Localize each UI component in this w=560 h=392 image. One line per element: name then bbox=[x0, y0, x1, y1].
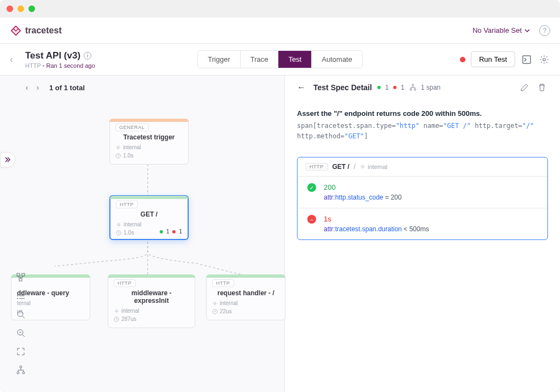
test-title: Test API (v3) bbox=[25, 50, 80, 61]
delete-button[interactable] bbox=[536, 81, 548, 93]
svg-point-28 bbox=[22, 372, 25, 374]
trash-icon bbox=[538, 83, 546, 92]
svg-point-27 bbox=[17, 372, 19, 374]
span-node-trigger[interactable]: GENERAL Tracetest trigger internal 1.0s bbox=[109, 119, 189, 165]
minimize-window-button[interactable] bbox=[18, 5, 24, 12]
output-icon bbox=[522, 55, 532, 65]
span-type-badge: HTTP bbox=[114, 279, 136, 287]
svg-point-26 bbox=[20, 366, 22, 368]
check-pass-icon: ✓ bbox=[307, 183, 316, 192]
trace-diagram-panel: ‹ › 1 of 1 total GENERAL Tracetest trigg… bbox=[0, 75, 284, 392]
assertion-description: Assert the "/" endpoint returns code 200… bbox=[297, 109, 548, 118]
span-card-header[interactable]: HTTP GET / / internal bbox=[298, 157, 547, 177]
test-spec-detail-panel: ← Test Spec Detail 1 1 1 span Assert the… bbox=[285, 75, 560, 392]
maximize-window-button[interactable] bbox=[28, 5, 35, 12]
next-button[interactable]: › bbox=[33, 83, 43, 92]
diagram-tools bbox=[15, 272, 26, 376]
window-titlebar bbox=[0, 0, 560, 17]
view-tabs: Trigger Trace Test Automate bbox=[197, 50, 363, 68]
selector-expression: span[tracetest.span.type="http" name="GE… bbox=[297, 121, 548, 142]
passed-count: 1 bbox=[385, 84, 389, 91]
tab-trigger[interactable]: Trigger bbox=[198, 51, 241, 68]
svg-rect-14 bbox=[19, 278, 22, 281]
detail-title: Test Spec Detail bbox=[313, 83, 372, 92]
expand-sidebar-button[interactable] bbox=[0, 152, 15, 167]
svg-point-6 bbox=[118, 224, 119, 225]
span-type-badge: GENERAL bbox=[115, 124, 149, 131]
span-assertion-card: HTTP GET / / internal ✓ 200 attr:http.st… bbox=[297, 157, 548, 240]
svg-rect-12 bbox=[17, 273, 20, 276]
settings-button[interactable] bbox=[538, 54, 550, 66]
svg-point-21 bbox=[18, 311, 23, 317]
subheader: ‹ Test API (v3) i HTTP • Ran 1 second ag… bbox=[0, 44, 560, 75]
search-button[interactable] bbox=[15, 309, 26, 320]
output-button[interactable] bbox=[521, 54, 533, 66]
svg-point-31 bbox=[414, 89, 416, 90]
assertion-counts: 1 1 bbox=[160, 229, 182, 235]
span-type-badge: HTTP bbox=[305, 163, 328, 171]
span-type-badge: HTTP bbox=[212, 279, 234, 287]
tree-view-button[interactable] bbox=[15, 272, 26, 283]
tab-automate[interactable]: Automate bbox=[312, 51, 362, 68]
logo-text: tracetest bbox=[25, 26, 62, 36]
tab-test[interactable]: Test bbox=[278, 51, 312, 68]
logo-icon bbox=[10, 25, 22, 37]
prev-button[interactable]: ‹ bbox=[22, 83, 32, 92]
span-node-title: GET / bbox=[116, 210, 182, 218]
svg-point-8 bbox=[115, 310, 117, 312]
fullscreen-button[interactable] bbox=[15, 346, 26, 357]
back-button[interactable]: ‹ bbox=[10, 55, 21, 65]
svg-point-4 bbox=[117, 147, 119, 148]
help-button[interactable]: ? bbox=[539, 25, 550, 36]
check-fail-icon: – bbox=[307, 215, 316, 224]
span-name: GET / bbox=[332, 163, 349, 171]
hierarchy-button[interactable] bbox=[15, 365, 26, 376]
test-status-fail-indicator bbox=[460, 57, 465, 62]
logo[interactable]: tracetest bbox=[10, 25, 62, 37]
close-window-button[interactable] bbox=[7, 5, 13, 12]
span-node-title: ddleware - query bbox=[17, 289, 84, 297]
assertion-check-fail[interactable]: – 1s attr:tracetest.span.duration < 500m… bbox=[298, 208, 547, 239]
variable-set-label: No Variable Set bbox=[472, 26, 522, 34]
variable-set-selector[interactable]: No Variable Set bbox=[472, 26, 530, 34]
zoom-button[interactable] bbox=[15, 327, 26, 338]
check-expression: attr:http.status_code = 200 bbox=[324, 194, 538, 201]
topbar: tracetest No Variable Set ? bbox=[0, 17, 560, 44]
chevron-down-icon bbox=[524, 27, 530, 34]
edit-button[interactable] bbox=[518, 81, 530, 93]
run-test-button[interactable]: Run Test bbox=[471, 51, 515, 67]
check-value: 1s bbox=[324, 215, 538, 223]
info-icon[interactable]: i bbox=[84, 52, 91, 60]
span-type-badge: HTTP bbox=[116, 201, 138, 208]
svg-point-29 bbox=[412, 84, 413, 86]
tab-trace[interactable]: Trace bbox=[241, 51, 279, 68]
svg-rect-13 bbox=[22, 273, 25, 276]
gear-icon bbox=[539, 55, 549, 65]
svg-point-10 bbox=[214, 302, 215, 304]
svg-point-30 bbox=[410, 89, 411, 90]
span-node-middleware-express[interactable]: HTTP middleware - expressInit internal 2… bbox=[108, 274, 195, 328]
svg-point-1 bbox=[543, 58, 546, 61]
span-node-title: middleware - expressInit bbox=[114, 289, 189, 305]
diagram-header: ‹ › 1 of 1 total bbox=[0, 75, 284, 100]
gear-icon bbox=[360, 164, 365, 169]
hierarchy-icon bbox=[409, 84, 417, 91]
svg-point-32 bbox=[362, 166, 364, 168]
span-node-title: Tracetest trigger bbox=[115, 133, 183, 141]
span-node-title: request handler - / bbox=[212, 289, 279, 297]
span-count-label: 1 of 1 total bbox=[49, 84, 85, 92]
assertion-check-pass[interactable]: ✓ 200 attr:http.status_code = 200 bbox=[298, 177, 547, 208]
svg-point-19 bbox=[17, 298, 18, 299]
test-subtitle: HTTP • Ran 1 second ago bbox=[25, 62, 95, 69]
svg-point-15 bbox=[17, 292, 18, 294]
list-view-button[interactable] bbox=[15, 290, 26, 301]
check-value: 200 bbox=[324, 183, 538, 191]
detail-back-button[interactable]: ← bbox=[297, 83, 308, 92]
span-node-get-root[interactable]: HTTP GET / internal 1.0s 1 1 bbox=[109, 195, 189, 240]
svg-point-17 bbox=[17, 295, 18, 296]
span-node-request-handler[interactable]: HTTP request handler - / internal 22us bbox=[206, 274, 285, 320]
svg-line-22 bbox=[22, 316, 25, 318]
chevron-right-double-icon bbox=[4, 156, 11, 163]
pencil-icon bbox=[520, 83, 529, 92]
check-expression: attr:tracetest.span.duration < 500ms bbox=[324, 225, 538, 233]
